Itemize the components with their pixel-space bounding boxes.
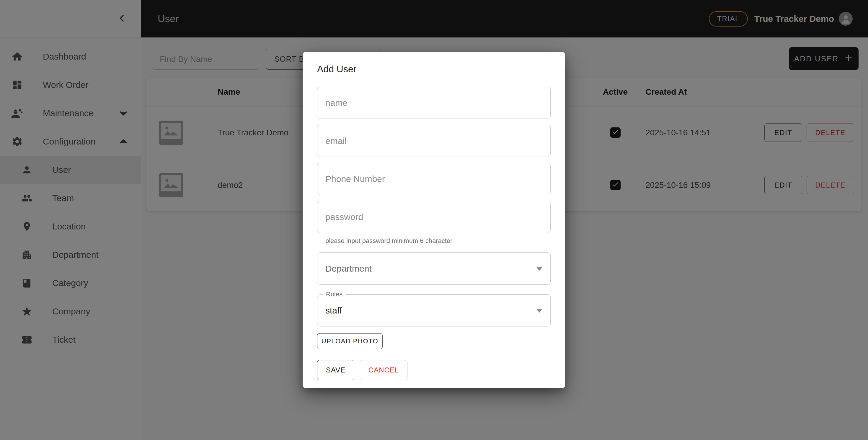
cancel-button[interactable]: CANCEL: [360, 360, 407, 380]
upload-photo-button[interactable]: UPLOAD PHOTO: [317, 333, 383, 349]
department-select[interactable]: Department: [317, 252, 551, 284]
name-field[interactable]: [317, 87, 551, 119]
modal-actions: SAVE CANCEL: [317, 360, 551, 380]
roles-select-value: staff: [326, 306, 342, 315]
dropdown-arrow-icon: [536, 267, 542, 271]
password-helper-text: please input password minimum 6 characte…: [326, 237, 551, 245]
department-select-value: Department: [326, 264, 372, 274]
save-button[interactable]: SAVE: [317, 360, 354, 380]
dropdown-arrow-icon: [536, 309, 542, 313]
modal-title: Add User: [317, 64, 551, 75]
roles-field-wrapper: Roles staff: [317, 294, 551, 327]
app-root: Dashboard Work Order: [0, 0, 868, 440]
phone-field[interactable]: [317, 163, 551, 195]
roles-field-label: Roles: [323, 291, 345, 298]
email-field[interactable]: [317, 125, 551, 157]
roles-select[interactable]: staff: [317, 294, 551, 327]
password-field[interactable]: [317, 201, 551, 233]
add-user-modal: Add User please input password minimum 6…: [303, 52, 565, 388]
